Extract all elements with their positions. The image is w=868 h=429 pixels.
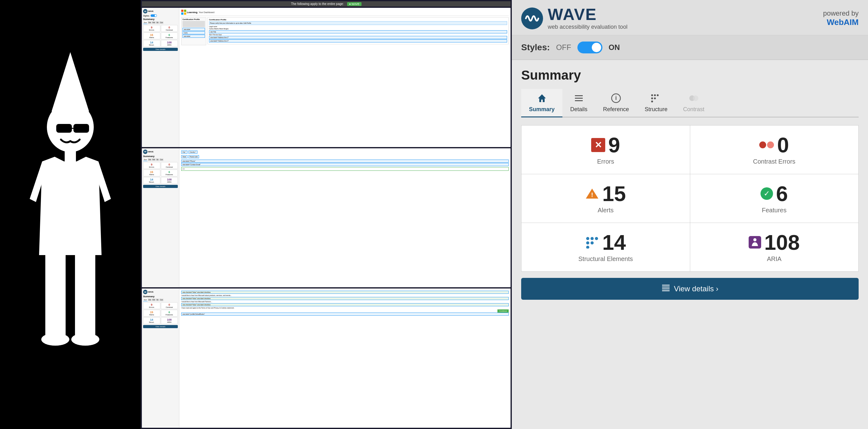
screenshot-content-3: aria-checked="false" aria-label checkbox…	[179, 289, 510, 428]
error-icon: ✕	[591, 138, 605, 152]
svg-rect-37	[662, 285, 670, 286]
svg-rect-5	[65, 151, 76, 161]
contrast-errors-count: 0	[777, 134, 789, 156]
contrast-errors-label: Contrast Errors	[753, 158, 796, 165]
svg-rect-38	[662, 287, 670, 288]
middle-panel: The following apply to the entire page: …	[141, 0, 512, 429]
mini-sidebar-1: W WAVE Styles: Summary Sum Det Ref Str C…	[142, 8, 179, 147]
tab-reference-label: Reference	[603, 106, 629, 113]
svg-point-33	[591, 241, 594, 244]
svg-rect-13	[184, 12, 186, 15]
tab-contrast-label: Contrast	[683, 106, 704, 113]
aria-cell: 108 ARIA	[690, 223, 859, 271]
powered-by-section: powered by WebAIM	[823, 9, 859, 27]
mini-sidebar-2: W WAVE Summary Sum Det Ref Str Con 9Erro…	[142, 148, 179, 288]
wave-title: WAVE	[548, 6, 627, 23]
svg-point-20	[654, 94, 656, 96]
stats-row-3: 14 Structural Elements	[522, 223, 858, 271]
svg-point-36	[753, 238, 756, 241]
styles-off-label: OFF	[556, 43, 571, 52]
svg-rect-15	[575, 98, 583, 99]
styles-toggle[interactable]	[578, 41, 602, 54]
aria-label: ARIA	[767, 255, 781, 263]
svg-rect-11	[184, 10, 186, 12]
aria-count: 108	[764, 232, 800, 253]
errors-count: 9	[608, 134, 620, 156]
svg-point-24	[651, 101, 653, 102]
svg-point-34	[586, 246, 589, 249]
features-cell: ✓ 6 Features	[690, 174, 859, 223]
stats-row-1: ✕ 9 Errors 0	[522, 126, 858, 174]
wave-overlay-badge: ● WAVE	[347, 2, 361, 6]
svg-rect-7	[75, 252, 95, 339]
structural-icon	[585, 236, 599, 249]
features-count: 6	[776, 183, 788, 204]
mini-sidebar-3: W WAVE Summary Sum Det Ref Str Con 9Erro…	[142, 289, 179, 428]
stats-row-2: ! 15 Alerts ✓ 6 Feat	[522, 174, 858, 223]
svg-point-30	[591, 237, 594, 240]
summary-heading: Summary	[521, 68, 859, 83]
mini-logo-1: W WAVE	[143, 9, 178, 13]
svg-point-21	[657, 94, 659, 96]
svg-rect-39	[662, 289, 670, 290]
svg-text:i: i	[615, 95, 617, 101]
contrast-error-icon	[759, 141, 774, 148]
wave-title-group: WAVE web accessibility evaluation tool	[548, 6, 627, 30]
svg-point-32	[586, 241, 589, 244]
svg-rect-16	[575, 100, 583, 101]
svg-point-29	[586, 237, 589, 240]
styles-label: Styles:	[521, 42, 550, 53]
list-icon	[574, 93, 584, 104]
svg-point-31	[595, 237, 598, 240]
wave-header: WAVE web accessibility evaluation tool p…	[512, 0, 868, 35]
structural-label: Structural Elements	[578, 255, 633, 263]
svg-rect-2	[56, 124, 72, 133]
structural-count: 14	[602, 232, 626, 253]
wave-logo-circle	[521, 7, 543, 29]
character-silhouette	[11, 43, 130, 386]
tab-structure-label: Structure	[645, 106, 668, 113]
errors-cell: ✕ 9 Errors	[522, 126, 690, 174]
svg-point-8	[41, 333, 69, 345]
tab-structure[interactable]: Structure	[637, 89, 675, 118]
stats-container: ✕ 9 Errors 0	[521, 125, 859, 272]
nav-tabs: Summary Details i	[521, 89, 859, 118]
powered-by-text: powered by	[823, 9, 859, 18]
wave-logo-section: WAVE web accessibility evaluation tool	[521, 6, 627, 30]
svg-point-9	[71, 333, 99, 345]
wave-subtitle: web accessibility evaluation tool	[548, 24, 627, 30]
contrast-errors-cell: 0 Contrast Errors	[690, 126, 859, 174]
tab-details[interactable]: Details	[562, 89, 595, 118]
svg-point-23	[654, 97, 656, 99]
svg-point-26	[693, 96, 698, 101]
styles-section: Styles: OFF ON	[512, 35, 868, 60]
wave-main: Summary Summary Deta	[512, 60, 868, 429]
alerts-cell: ! 15 Alerts	[522, 174, 690, 223]
screenshot-frame-1: W WAVE Styles: Summary Sum Det Ref Str C…	[142, 8, 510, 147]
svg-rect-12	[181, 12, 183, 15]
tab-contrast[interactable]: Contrast	[675, 89, 712, 118]
view-details-label: View details ›	[674, 285, 718, 293]
tab-reference[interactable]: i Reference	[595, 89, 637, 118]
feature-icon: ✓	[761, 187, 773, 200]
alerts-count: 15	[602, 183, 626, 204]
webaim-link[interactable]: WebAIM	[827, 18, 859, 27]
svg-rect-10	[181, 10, 183, 12]
svg-rect-3	[73, 124, 89, 133]
left-panel	[0, 0, 141, 429]
svg-rect-14	[575, 95, 583, 96]
svg-rect-6	[45, 252, 66, 339]
errors-label: Errors	[597, 158, 614, 165]
tab-summary[interactable]: Summary	[521, 89, 562, 118]
svg-rect-40	[662, 290, 670, 291]
screenshot-frame-3: W WAVE Summary Sum Det Ref Str Con 9Erro…	[142, 289, 510, 428]
view-details-button[interactable]: View details ›	[521, 278, 859, 300]
styles-on-label: ON	[609, 43, 620, 52]
list-details-icon	[661, 284, 670, 294]
features-label: Features	[762, 207, 786, 214]
svg-text:!: !	[591, 191, 593, 198]
svg-point-19	[651, 94, 653, 96]
screenshot-frame-2: W WAVE Summary Sum Det Ref Str Con 9Erro…	[142, 148, 510, 288]
structure-icon	[651, 93, 661, 104]
screenshot-content-2: City * Country * State Postal code aria-…	[179, 148, 510, 288]
